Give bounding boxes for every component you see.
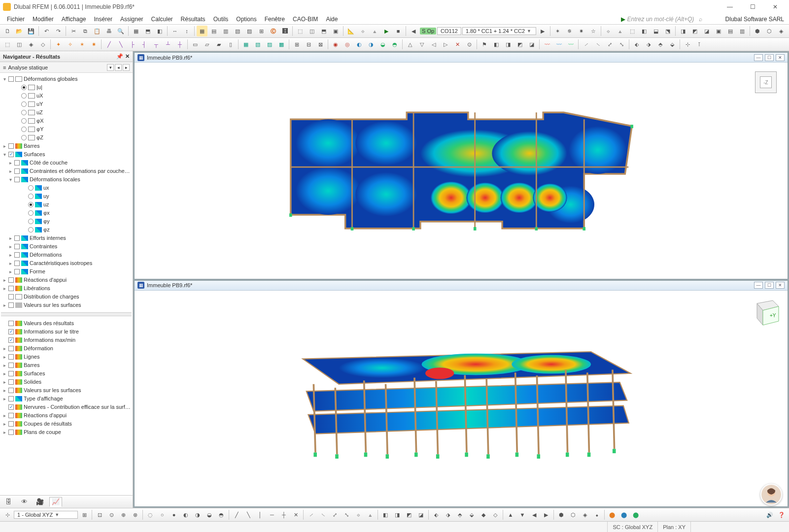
snap-icon[interactable]: ⟋ [306, 509, 316, 520]
snap-icon[interactable]: ◒ [204, 509, 215, 520]
snap-icon[interactable]: ⊕ [118, 509, 129, 520]
tool-icon[interactable]: ▦ [131, 26, 141, 36]
tree-expander-icon[interactable]: ▸ [8, 159, 13, 166]
tree-checkbox[interactable]: ✓ [8, 337, 14, 343]
maximize-button[interactable]: ☐ [742, 1, 763, 13]
print-icon[interactable]: 🖶 [103, 26, 114, 36]
tool-icon[interactable]: ⬚ [627, 26, 638, 36]
tree-node[interactable]: ▸Barres [1, 142, 132, 150]
tree-expander-icon[interactable]: ▸ [2, 345, 7, 352]
snap-icon[interactable]: ╱ [231, 509, 242, 520]
tree-checkbox[interactable] [8, 354, 14, 360]
copy-icon[interactable]: ⧉ [80, 26, 91, 36]
cube-icon[interactable]: ▥ [737, 26, 748, 36]
nav-prev-icon[interactable]: ◀ [408, 26, 419, 36]
tree-node[interactable]: ✓Informations max/min [1, 336, 132, 344]
tree-node[interactable]: ▸Lignes [1, 353, 132, 361]
tree-checkbox[interactable]: ✓ [8, 404, 14, 410]
tree-node[interactable]: ux [1, 184, 132, 192]
tree-node[interactable]: φZ [1, 133, 132, 142]
open-icon[interactable]: 📂 [14, 26, 25, 36]
viewport-close-icon[interactable]: ✕ [776, 54, 785, 61]
snap-icon[interactable]: ◌ [145, 509, 156, 520]
viewport-top-canvas[interactable]: -Z [135, 63, 788, 279]
tree-expander-icon[interactable]: ▾ [2, 151, 7, 158]
tree-radio[interactable] [28, 194, 34, 199]
undo-icon[interactable]: ↶ [41, 26, 52, 36]
menu-options[interactable]: Options [232, 15, 260, 24]
snap-icon[interactable]: ⊡ [94, 509, 105, 520]
tree-node[interactable]: |u| [1, 83, 132, 92]
tool-icon[interactable]: ⬒ [318, 26, 329, 36]
cube-icon[interactable]: ◈ [776, 26, 787, 36]
snap-icon[interactable]: ◐ [180, 509, 191, 520]
select-icon[interactable]: ⬚ [2, 39, 13, 50]
tree-node[interactable]: ▸Forme [1, 267, 132, 276]
tree-expander-icon[interactable]: ▸ [2, 395, 7, 402]
nav-cube-top[interactable]: -Z [751, 67, 781, 97]
nav-cube-bottom[interactable]: +Y [751, 296, 781, 325]
tree-expander-icon[interactable]: ▸ [2, 420, 7, 428]
tree-node[interactable]: ✓Informations sur le titre [1, 328, 132, 336]
snap-icon[interactable]: ⬤ [607, 509, 617, 520]
snap-icon[interactable]: ⊗ [130, 509, 140, 520]
curve-icon[interactable]: 〰 [542, 39, 552, 50]
snap-icon[interactable]: ◩ [404, 509, 414, 520]
curve-icon[interactable]: 〰 [553, 39, 564, 50]
tool-icon[interactable]: ▭ [190, 39, 201, 50]
tab-results-icon[interactable]: 📈 [49, 497, 62, 507]
tree-node[interactable]: Valeurs des résultats [1, 319, 132, 328]
snap-icon[interactable]: ◨ [392, 509, 403, 520]
tree-node[interactable]: ▸Solides [1, 378, 132, 386]
tree-checkbox[interactable] [8, 346, 14, 351]
tool-icon[interactable]: ◫ [307, 26, 317, 36]
results-icon[interactable]: ◒ [377, 39, 388, 50]
tree-node[interactable]: ▸Surfaces [1, 369, 132, 378]
tree-expander-icon[interactable]: ▸ [8, 268, 13, 275]
snap-icon[interactable]: ⊙ [106, 509, 117, 520]
run-icon[interactable]: ▶ [381, 26, 392, 36]
menu-affichage[interactable]: Affichage [58, 15, 90, 24]
tree-node[interactable]: ▸Contraintes et déformations par couches… [1, 167, 132, 175]
tree-radio[interactable] [21, 93, 27, 99]
tree-expander-icon[interactable]: ▸ [2, 353, 7, 361]
snap-icon[interactable]: ⬖ [431, 509, 442, 520]
help-icon[interactable]: ❓ [776, 509, 787, 520]
tool-icon[interactable]: ✷ [576, 26, 587, 36]
menu-resultats[interactable]: Résultats [177, 15, 209, 24]
menu-fichier[interactable]: Fichier [3, 15, 29, 24]
cube-icon[interactable]: ◩ [689, 26, 700, 36]
surface-icon[interactable]: ▩ [276, 39, 287, 50]
snap-icon[interactable]: ⬗ [443, 509, 453, 520]
tool-icon[interactable]: ⟁ [369, 26, 380, 36]
tool-icon[interactable]: ▯ [225, 39, 236, 50]
viewport-bottom-canvas[interactable]: +Y [135, 291, 788, 507]
menu-cao-bim[interactable]: CAO-BIM [289, 15, 322, 24]
tool-icon[interactable]: ⟐ [603, 26, 614, 36]
menu-assigner[interactable]: Assigner [116, 15, 147, 24]
tree-node[interactable]: ▸Efforts internes [1, 234, 132, 242]
snap-icon[interactable]: ⬢ [556, 509, 567, 520]
tree-expander-icon[interactable]: ▸ [2, 276, 7, 284]
menu-modifier[interactable]: Modifier [29, 15, 58, 24]
menu-calculer[interactable]: Calculer [147, 15, 177, 24]
tool-icon[interactable]: ▰ [213, 39, 224, 50]
tree-checkbox[interactable] [14, 261, 20, 266]
tree-checkbox[interactable] [8, 294, 14, 299]
snap-icon[interactable]: ◆ [478, 509, 489, 520]
tool-icon[interactable]: ◁ [428, 39, 439, 50]
tool-icon[interactable]: ⤢ [604, 39, 615, 50]
tree-expander-icon[interactable]: ▸ [2, 378, 7, 386]
viewport-minimize-icon[interactable]: — [754, 282, 763, 289]
redo-icon[interactable]: ↷ [53, 26, 64, 36]
tree-node[interactable]: ▸Réactions d'appui [1, 411, 132, 420]
tree-expander-icon[interactable]: ▾ [2, 75, 7, 83]
cube-icon[interactable]: ▤ [725, 26, 736, 36]
tool-icon[interactable]: ⊠ [315, 39, 326, 50]
snap-icon[interactable]: ◈ [580, 509, 590, 520]
tree-checkbox[interactable] [14, 244, 20, 249]
line-icon[interactable]: ╱ [103, 39, 114, 50]
viewport-maximize-icon[interactable]: ☐ [765, 282, 774, 289]
line-icon[interactable]: ┼ [174, 39, 185, 50]
tree-node[interactable]: φX [1, 117, 132, 125]
